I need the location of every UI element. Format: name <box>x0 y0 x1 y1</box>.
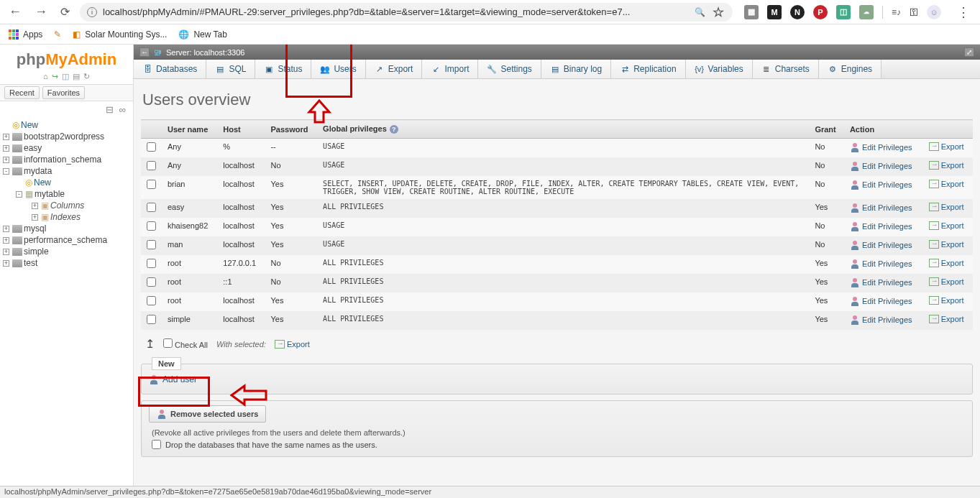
row-checkbox[interactable] <box>147 142 156 152</box>
tab-binary-log[interactable]: ▤Binary log <box>541 60 611 78</box>
check-all[interactable]: Check All <box>163 338 208 349</box>
expander-icon[interactable]: + <box>3 226 9 232</box>
export-user-link[interactable]: Export <box>929 296 964 305</box>
bookmark-star-icon[interactable]: ☆ <box>711 5 725 19</box>
docs-icon[interactable]: ◫ <box>62 72 69 80</box>
add-user-link[interactable]: Add user <box>149 374 197 384</box>
edit-privileges-link[interactable]: Edit Privileges <box>850 221 912 231</box>
tree-item[interactable]: + mysql <box>0 223 133 234</box>
expander-icon[interactable]: + <box>3 145 9 152</box>
ext-icon-m[interactable]: M <box>767 5 782 19</box>
edit-privileges-link[interactable]: Edit Privileges <box>850 259 912 269</box>
tree-item[interactable]: +▣ Indexes <box>0 211 133 223</box>
tree-item[interactable]: + easy <box>0 142 133 154</box>
favorites-button[interactable]: Favorites <box>42 86 85 99</box>
row-checkbox[interactable] <box>147 221 156 231</box>
expander-icon[interactable]: + <box>3 260 9 267</box>
export-user-link[interactable]: Export <box>929 161 964 170</box>
export-user-link[interactable]: Export <box>929 240 964 249</box>
tree-item[interactable]: -▦ mytable <box>0 188 133 200</box>
ext-icon-music[interactable]: ≡♪ <box>892 7 901 17</box>
link-icon[interactable]: ∞ <box>119 104 126 115</box>
tree-item[interactable]: +▣ Columns <box>0 200 133 211</box>
edit-privileges-link[interactable]: Edit Privileges <box>850 161 912 171</box>
profile-avatar[interactable]: ☺ <box>927 5 941 19</box>
expander-icon[interactable]: + <box>32 203 38 209</box>
ext-icon-n[interactable]: N <box>790 5 805 19</box>
tab-status[interactable]: ▣Status <box>255 60 311 78</box>
omnibox[interactable]: i localhost/phpMyAdmin/#PMAURL-29:server… <box>80 3 733 22</box>
export-user-link[interactable]: Export <box>929 315 964 323</box>
recent-button[interactable]: Recent <box>4 86 40 99</box>
collapse-sidebar-button[interactable]: ← <box>139 47 150 57</box>
th-password[interactable]: Password <box>265 120 317 139</box>
collapse-tree-icon[interactable]: ⊟ <box>106 104 114 115</box>
tree-item[interactable]: ◎ New <box>0 177 133 188</box>
pinterest-icon[interactable]: P <box>813 5 828 19</box>
bookmark-newtab[interactable]: 🌐 New Tab <box>178 29 226 40</box>
edit-privileges-link[interactable]: Edit Privileges <box>850 315 912 325</box>
th-grant[interactable]: Grant <box>809 120 843 139</box>
reload-button[interactable]: ⟳ <box>58 5 73 19</box>
logout-icon[interactable]: ↪ <box>52 72 58 80</box>
expander-icon[interactable]: + <box>3 134 9 140</box>
row-checkbox[interactable] <box>147 277 156 287</box>
export-user-link[interactable]: Export <box>929 180 964 188</box>
export-selected-link[interactable]: Export <box>275 340 310 349</box>
edit-privileges-link[interactable]: Edit Privileges <box>850 277 912 287</box>
forward-button[interactable]: → <box>32 4 50 19</box>
export-user-link[interactable]: Export <box>929 259 964 267</box>
ext-icon-key[interactable]: ⚿ <box>910 7 918 17</box>
tab-settings[interactable]: 🔧Settings <box>478 60 541 78</box>
row-checkbox[interactable] <box>147 240 156 249</box>
tab-charsets[interactable]: ≣Charsets <box>753 60 819 78</box>
tab-replication[interactable]: ⇄Replication <box>611 60 685 78</box>
export-user-link[interactable]: Export <box>929 277 964 286</box>
chrome-menu-icon[interactable]: ⋮ <box>953 4 974 20</box>
row-checkbox[interactable] <box>147 203 156 212</box>
row-checkbox[interactable] <box>147 315 156 324</box>
tree-item[interactable]: + test <box>0 257 133 269</box>
th-host[interactable]: Host <box>217 120 265 139</box>
apps-button[interactable]: Apps <box>9 29 42 40</box>
row-checkbox[interactable] <box>147 161 156 170</box>
expander-icon[interactable]: + <box>32 214 38 221</box>
expander-icon[interactable]: - <box>3 168 9 175</box>
tab-users[interactable]: 👥Users <box>311 60 365 78</box>
tab-import[interactable]: ↙Import <box>422 60 478 78</box>
reload-tree-icon[interactable]: ↻ <box>83 72 90 80</box>
tab-variables[interactable]: {v}Variables <box>686 60 753 78</box>
edit-privileges-link[interactable]: Edit Privileges <box>850 240 912 250</box>
edit-privileges-link[interactable]: Edit Privileges <box>850 142 912 152</box>
ext-icon-1[interactable]: ▦ <box>744 5 759 19</box>
tab-engines[interactable]: ⚙Engines <box>819 60 881 78</box>
tab-sql[interactable]: ▤SQL <box>206 60 255 78</box>
expander-icon[interactable]: + <box>3 237 9 244</box>
row-checkbox[interactable] <box>147 296 156 305</box>
expander-icon[interactable]: + <box>3 157 9 163</box>
sql-icon[interactable]: ▤ <box>73 72 80 80</box>
remove-selected-button[interactable]: Remove selected users <box>149 405 266 423</box>
tree-item[interactable]: + simple <box>0 246 133 257</box>
expand-button[interactable]: ⤢ <box>964 47 974 57</box>
ext-icon-cloud[interactable]: ☁ <box>859 5 874 19</box>
tab-databases[interactable]: 🗄Databases <box>134 60 206 78</box>
back-button[interactable]: ← <box>6 4 24 19</box>
row-checkbox[interactable] <box>147 259 156 268</box>
ext-icon-cal[interactable]: ◫ <box>836 5 851 19</box>
phpmyadmin-logo[interactable]: phpMyAdmin <box>0 45 133 70</box>
site-info-icon[interactable]: i <box>87 7 97 17</box>
tree-item[interactable]: + performance_schema <box>0 234 133 246</box>
export-user-link[interactable]: Export <box>929 203 964 211</box>
tree-item[interactable]: + information_schema <box>0 154 133 165</box>
tree-item[interactable]: ◎ New <box>0 119 133 131</box>
bookmark-item-1[interactable]: ✎ <box>54 29 61 40</box>
home-icon[interactable]: ⌂ <box>43 72 48 80</box>
edit-privileges-link[interactable]: Edit Privileges <box>850 296 912 306</box>
th-user[interactable]: User name <box>162 120 217 139</box>
tree-item[interactable]: - mydata <box>0 165 133 177</box>
check-all-checkbox[interactable] <box>163 338 173 348</box>
drop-db-checkbox[interactable] <box>152 440 161 449</box>
zoom-icon[interactable]: 🔍 <box>695 7 705 17</box>
bookmark-solar[interactable]: ◧ Solar Mounting Sys... <box>73 29 167 40</box>
